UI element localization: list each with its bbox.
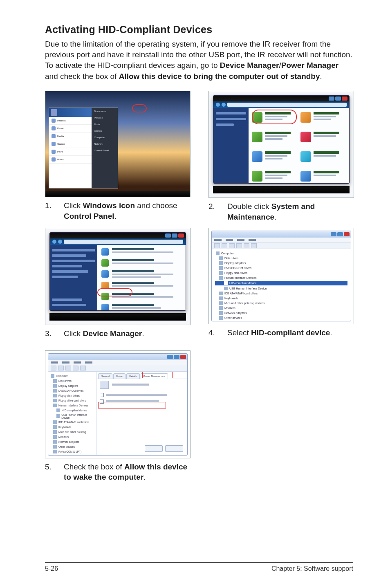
taskbar [45,191,190,197]
app-icon [52,126,56,130]
t: Check the box of [64,462,124,471]
device-category-icon [219,316,223,320]
start-menu-item: Games [49,140,92,148]
hardware-sound-icon [252,171,262,182]
t: . [114,212,117,220]
computer-icon [51,374,54,378]
minimize-icon [167,355,173,359]
dialog-buttons [145,445,183,452]
toolbar-icon [58,366,64,370]
window-titlebar [48,354,187,360]
b: Control Panel [64,212,114,220]
backup-restore-icon [101,259,109,267]
start-right-item: Network [92,141,118,147]
screenshot-start-menu: Internet E-mail Media Games Paint Notes … [45,91,191,197]
col-step-2: 2. Double click System and Maintenance. [208,91,354,222]
start-menu-item: E-mail [49,125,92,132]
screenshot-system-maintenance [45,228,191,325]
chapter-label: Chapter 5: Software support [271,565,353,572]
page-footer: 5-26 Chapter 5: Software support [45,565,353,572]
welcome-center-icon [101,248,109,256]
forward-icon [58,240,62,244]
checkbox [100,393,104,397]
start-right-item: Pictures [92,114,118,121]
intro-bold-3: Allow this device to bring the computer … [119,72,320,81]
start-menu: Internet E-mail Media Games Paint Notes … [49,108,118,189]
tab-general: General [98,373,112,379]
toolbar-icon [214,243,220,248]
highlight-ring [97,288,132,296]
t: . [143,473,146,481]
tab-driver: Driver [113,373,126,379]
device-category-icon [53,379,57,383]
system-icon [101,270,109,278]
taskbar [213,186,350,193]
computer-icon [216,251,220,255]
toolbar-icon [229,243,235,248]
close-icon [344,232,350,236]
device-category-icon [53,399,57,402]
intro-bold-2: Power Manager [281,61,338,70]
device-category-icon [219,306,223,310]
device-category-icon [53,420,57,424]
address-bar [213,101,349,108]
close-icon [180,355,186,359]
device-category-icon [219,321,223,321]
toolbar-icon [222,243,227,248]
start-right-item: Control Panel [92,147,118,154]
device-category-icon [219,276,223,280]
highlight-box-tab [142,372,173,378]
window-titlebar [212,231,351,238]
intro-paragraph: Due to the limitation of the operating s… [45,39,353,82]
t: Click [64,329,83,338]
page-number: 5-26 [45,565,58,572]
user-avatar-icon [51,109,57,116]
close-icon [178,233,184,238]
device-category-icon [53,430,57,434]
step-number: 5. [45,462,53,483]
toolbar-icon [236,243,242,248]
user-accounts-icon [300,112,311,123]
col-step-5: Computer Disk drives Display adapters DV… [45,350,191,483]
footer-rule [45,562,353,563]
maximize-icon [335,97,341,101]
device-category-icon [53,450,57,453]
forward-icon [222,103,226,107]
toolbar [212,242,351,249]
address-field [227,103,347,107]
t: Double click [227,202,271,211]
device-category-icon [53,384,57,388]
highlight-box-checkbox [98,402,166,408]
indexing-options-icon [101,304,109,311]
row-1: Internet E-mail Media Games Paint Notes … [45,91,353,222]
device-tree: Computer Disk drives Display adapters DV… [48,372,96,455]
window-titlebar [213,96,349,101]
device-category-icon [53,435,57,439]
device-category-icon [219,271,223,275]
ok-button [145,445,163,452]
cancel-button [165,445,183,452]
device-category-icon [219,296,223,300]
app-icon [52,157,56,162]
device-category-icon [53,404,57,407]
document-page: Activating HID-Compliant Devices Due to … [0,0,390,588]
step-5-caption: 5. Check the box of Allow this device to… [45,462,191,483]
taskbar [49,313,186,321]
section-heading: Activating HID-Compliant Devices [45,24,353,36]
device-category-icon [219,301,223,305]
start-right-item: Games [92,128,118,134]
device-category-icon [219,266,223,270]
menubar [212,238,351,242]
step-number: 3. [45,328,53,339]
start-menu-item: Media [49,132,92,140]
intro-bold-1: Device Manager [220,61,279,70]
screenshot-control-panel [208,91,354,198]
clock-region-icon [300,151,311,162]
properties-tabs: General Driver Details Power Management [96,372,187,379]
toolbar-icon [73,366,78,370]
row-2: 3. Click Device Manager. Computer Disk d… [45,228,353,339]
device-category-icon [219,256,223,260]
address-field [64,240,183,244]
intro-period: . [320,72,322,81]
device-category-icon [53,445,57,449]
